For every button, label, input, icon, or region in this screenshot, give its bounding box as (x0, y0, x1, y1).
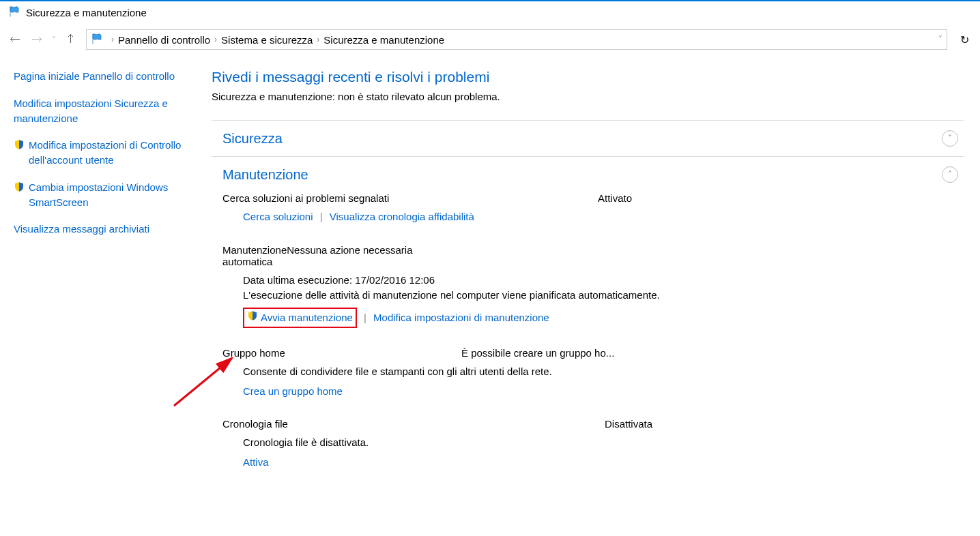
link-maintenance-settings[interactable]: Modifica impostazioni di manutenzione (373, 312, 549, 323)
item-title: Cerca soluzioni ai problemi segnalati (222, 192, 598, 204)
forward-button[interactable]: 🡒 (27, 30, 46, 49)
chevron-up-icon: ˄ (942, 166, 958, 183)
item-title: Cronologia file (222, 418, 605, 430)
section-header-maintenance[interactable]: Manutenzione ˄ (212, 157, 964, 192)
breadcrumb-item[interactable]: Sistema e sicurezza (221, 34, 313, 46)
item-auto-maintenance: Manutenzione automatica Nessuna azione n… (222, 244, 953, 329)
chevron-down-icon[interactable]: ˅ (938, 35, 942, 44)
chevron-right-icon[interactable]: › (317, 35, 319, 44)
breadcrumb[interactable]: › Pannello di controllo › Sistema e sicu… (86, 29, 947, 50)
shield-icon (14, 139, 25, 154)
sidebar: Pagina iniziale Pannello di controllo Mo… (14, 69, 212, 496)
link-search-solutions[interactable]: Cerca soluzioni (243, 211, 313, 222)
auto-maintenance-last-run: Data ultima esecuzione: 17/02/2016 12:06 (222, 273, 953, 288)
sidebar-link-home[interactable]: Pagina iniziale Pannello di controllo (14, 69, 205, 84)
item-file-history: Cronologia file Disattivata Cronologia f… (222, 418, 953, 470)
shield-icon (247, 310, 258, 326)
breadcrumb-item[interactable]: Sicurezza e manutenzione (323, 34, 444, 46)
refresh-button[interactable]: ↻ (954, 29, 975, 50)
sidebar-link-smartscreen[interactable]: Cambia impostazioni Windows SmartScreen (14, 180, 205, 210)
item-status: Nessuna azione necessaria (287, 244, 953, 267)
item-status: È possibile creare un gruppo ho... (461, 347, 953, 359)
recent-dropdown[interactable]: ˅ (49, 30, 59, 49)
chevron-right-icon[interactable]: › (214, 35, 217, 44)
item-problem-solutions: Cerca soluzioni ai problemi segnalati At… (222, 192, 953, 225)
page-heading: Rivedi i messaggi recenti e risolvi i pr… (212, 69, 964, 85)
nav-bar: 🡐 🡒 ˅ 🡑 › Pannello di controllo › Sistem… (0, 27, 980, 55)
shield-icon (14, 181, 25, 196)
link-activate-file-history[interactable]: Attiva (243, 456, 269, 468)
file-history-desc: Cronologia file è disattivata. (222, 435, 953, 451)
main-content: Rivedi i messaggi recenti e risolvi i pr… (212, 69, 980, 496)
back-button[interactable]: 🡐 (5, 30, 25, 49)
chevron-right-icon[interactable]: › (111, 35, 114, 44)
item-title: Manutenzione automatica (222, 244, 287, 267)
chevron-down-icon: ˅ (942, 130, 958, 147)
item-homegroup: Gruppo home È possibile creare un gruppo… (222, 347, 953, 399)
link-start-maintenance[interactable]: Avvia manutenzione (261, 310, 353, 326)
flag-icon (8, 5, 20, 20)
section-header-security[interactable]: Sicurezza ˅ (212, 121, 964, 156)
flag-icon (91, 33, 103, 47)
link-create-homegroup[interactable]: Crea un gruppo home (243, 385, 343, 397)
window-title-bar: Sicurezza e manutenzione (0, 1, 980, 27)
item-status: Attivato (598, 192, 953, 204)
breadcrumb-item[interactable]: Pannello di controllo (118, 34, 210, 46)
sidebar-link-uac-settings[interactable]: Modifica impostazioni di Controllo dell'… (14, 138, 205, 168)
link-reliability-history[interactable]: Visualizza cronologia affidabilità (330, 211, 474, 222)
item-title: Gruppo home (222, 347, 461, 359)
homegroup-desc: Consente di condividere file e stampanti… (222, 364, 953, 380)
item-status: Disattivata (605, 418, 953, 430)
window-title: Sicurezza e manutenzione (26, 7, 147, 18)
sidebar-link-security-settings[interactable]: Modifica impostazioni Sicurezza e manute… (14, 96, 205, 126)
annotation-highlight: Avvia manutenzione (243, 308, 357, 329)
auto-maintenance-desc: L'esecuzione delle attività di manutenzi… (222, 288, 953, 303)
up-button[interactable]: 🡑 (61, 30, 81, 49)
page-subheading: Sicurezza e manutenzione: non è stato ri… (212, 91, 964, 102)
sidebar-link-archived[interactable]: Visualizza messaggi archiviati (14, 222, 205, 237)
